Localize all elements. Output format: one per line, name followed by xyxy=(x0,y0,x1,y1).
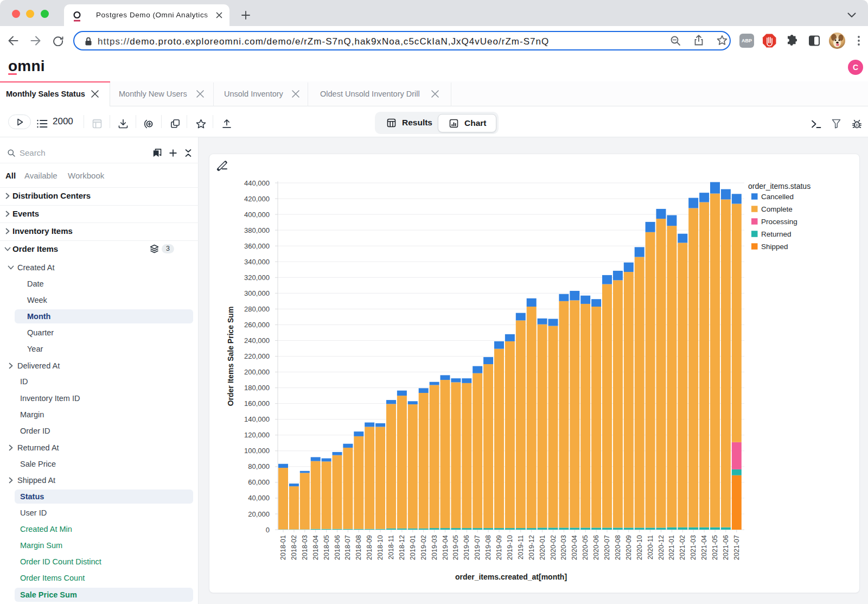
svg-text:2020-11: 2020-11 xyxy=(647,535,654,560)
svg-text:2020-08: 2020-08 xyxy=(614,535,622,560)
svg-text:100,000: 100,000 xyxy=(244,447,270,455)
svg-text:340,000: 340,000 xyxy=(244,258,270,266)
svg-text:Processing: Processing xyxy=(761,218,797,226)
svg-text:2021-05: 2021-05 xyxy=(711,535,719,560)
svg-text:2019-03: 2019-03 xyxy=(431,535,438,560)
svg-text:2018-04: 2018-04 xyxy=(312,535,320,560)
svg-text:2020-06: 2020-06 xyxy=(592,535,600,560)
svg-text:120,000: 120,000 xyxy=(244,431,270,439)
svg-text:220,000: 220,000 xyxy=(244,352,270,360)
svg-text:2019-05: 2019-05 xyxy=(452,535,459,560)
svg-text:2018-06: 2018-06 xyxy=(334,535,341,560)
svg-text:2018-01: 2018-01 xyxy=(279,535,287,560)
svg-text:2021-04: 2021-04 xyxy=(700,535,708,560)
svg-text:420,000: 420,000 xyxy=(244,195,270,203)
svg-text:200,000: 200,000 xyxy=(244,368,270,376)
svg-text:140,000: 140,000 xyxy=(244,415,270,423)
svg-text:order_items.status: order_items.status xyxy=(748,182,810,190)
svg-text:80,000: 80,000 xyxy=(248,462,270,471)
svg-text:2021-06: 2021-06 xyxy=(722,535,730,560)
svg-text:2018-07: 2018-07 xyxy=(344,535,352,560)
svg-text:2018-11: 2018-11 xyxy=(387,535,395,560)
svg-text:2020-04: 2020-04 xyxy=(571,535,578,560)
svg-text:2018-02: 2018-02 xyxy=(290,535,298,560)
svg-text:360,000: 360,000 xyxy=(244,242,270,250)
svg-text:2019-01: 2019-01 xyxy=(409,535,417,560)
svg-text:2020-09: 2020-09 xyxy=(625,535,633,560)
svg-text:40,000: 40,000 xyxy=(248,494,270,502)
svg-text:2020-02: 2020-02 xyxy=(550,535,557,560)
svg-text:2021-03: 2021-03 xyxy=(690,535,697,560)
svg-text:Cancelled: Cancelled xyxy=(761,193,794,201)
svg-text:2019-10: 2019-10 xyxy=(506,535,514,560)
svg-text:2020-01: 2020-01 xyxy=(539,535,546,560)
svg-text:2020-10: 2020-10 xyxy=(636,535,643,560)
svg-text:300,000: 300,000 xyxy=(244,289,270,297)
svg-text:2019-04: 2019-04 xyxy=(442,535,449,560)
svg-text:400,000: 400,000 xyxy=(244,211,270,219)
svg-text:2018-08: 2018-08 xyxy=(355,535,362,560)
svg-text:380,000: 380,000 xyxy=(244,226,270,234)
svg-text:60,000: 60,000 xyxy=(248,478,270,486)
svg-text:2019-07: 2019-07 xyxy=(474,535,481,560)
svg-text:Order Items Sale Price Sum: Order Items Sale Price Sum xyxy=(226,307,235,406)
svg-text:2018-10: 2018-10 xyxy=(376,535,384,560)
svg-text:2019-09: 2019-09 xyxy=(495,535,503,560)
svg-text:20,000: 20,000 xyxy=(248,510,270,518)
svg-text:2020-03: 2020-03 xyxy=(560,535,567,560)
svg-text:2019-11: 2019-11 xyxy=(517,535,525,560)
svg-text:order_items.created_at[month]: order_items.created_at[month] xyxy=(455,573,567,581)
svg-text:440,000: 440,000 xyxy=(244,179,270,187)
svg-text:2021-01: 2021-01 xyxy=(668,535,675,560)
svg-text:2019-08: 2019-08 xyxy=(484,535,492,560)
svg-text:2020-07: 2020-07 xyxy=(603,535,611,560)
svg-text:2020-05: 2020-05 xyxy=(582,535,589,560)
svg-text:260,000: 260,000 xyxy=(244,321,270,329)
svg-text:0: 0 xyxy=(266,526,270,534)
svg-text:Returned: Returned xyxy=(761,230,792,238)
svg-text:2018-12: 2018-12 xyxy=(398,535,406,560)
svg-text:2019-06: 2019-06 xyxy=(463,535,470,560)
svg-text:280,000: 280,000 xyxy=(244,305,270,313)
svg-text:2021-02: 2021-02 xyxy=(679,535,686,560)
svg-text:Complete: Complete xyxy=(761,205,793,213)
svg-text:Shipped: Shipped xyxy=(761,243,788,251)
svg-text:2018-05: 2018-05 xyxy=(323,535,330,560)
svg-text:160,000: 160,000 xyxy=(244,399,270,408)
svg-text:2021-07: 2021-07 xyxy=(733,535,741,560)
svg-text:320,000: 320,000 xyxy=(244,274,270,282)
svg-text:2019-12: 2019-12 xyxy=(528,535,535,560)
svg-text:2020-12: 2020-12 xyxy=(658,535,665,560)
svg-text:2018-09: 2018-09 xyxy=(366,535,373,560)
svg-text:240,000: 240,000 xyxy=(244,336,270,345)
svg-text:2018-03: 2018-03 xyxy=(301,535,309,560)
svg-text:2019-02: 2019-02 xyxy=(420,535,427,560)
svg-text:180,000: 180,000 xyxy=(244,384,270,392)
